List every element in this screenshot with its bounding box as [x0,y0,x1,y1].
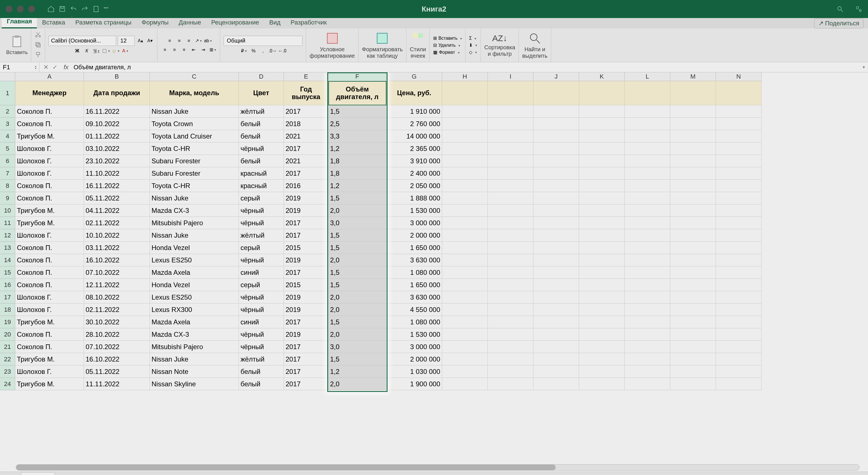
cell[interactable] [716,328,762,341]
cell[interactable]: 1 900 000 [386,378,442,390]
cell[interactable]: Соколов П. [15,180,84,192]
cell[interactable]: Honda Vezel [150,279,239,291]
cell[interactable]: красный [239,167,284,180]
cell[interactable] [625,167,670,180]
cell[interactable] [625,229,670,242]
cell[interactable]: Subaru Forester [150,167,239,180]
column-header-B[interactable]: B [84,72,150,81]
format-cells-button[interactable]: ▦Формат [433,50,460,55]
cell[interactable]: 2017 [284,341,329,353]
cell[interactable]: белый [239,366,284,378]
cell[interactable]: 3 000 000 [386,341,442,353]
cell[interactable] [533,304,579,316]
merge-icon[interactable]: ⊞ [209,46,217,54]
cell[interactable]: 2017 [284,142,329,155]
row-header-17[interactable]: 17 [0,291,15,304]
minimize-window[interactable] [17,6,24,12]
currency-icon[interactable]: ₽ [240,47,248,55]
cell[interactable]: 23.10.2022 [84,155,150,167]
cell[interactable]: 3 910 000 [386,155,442,167]
cell[interactable] [716,291,762,304]
quickprint-icon[interactable] [92,5,100,13]
cell[interactable]: 2021 [284,155,329,167]
cell[interactable] [442,316,488,328]
fill-color-button[interactable] [112,47,119,55]
cell[interactable] [716,366,762,378]
cell[interactable]: 10.10.2022 [84,229,150,242]
cell[interactable]: Цвет [239,81,284,105]
cell[interactable] [716,81,762,105]
cell[interactable] [533,217,579,229]
next-sheet-icon[interactable]: ▶ [12,474,19,475]
increase-indent-icon[interactable]: ⇥ [199,46,207,54]
cell[interactable]: Mazda Axela [150,316,239,328]
cell[interactable] [716,118,762,130]
cell[interactable] [716,204,762,217]
cell[interactable] [670,279,716,291]
cell[interactable] [716,266,762,279]
cell[interactable] [442,304,488,316]
cell[interactable] [670,155,716,167]
cell[interactable]: 2015 [284,242,329,254]
cell[interactable] [625,242,670,254]
cell[interactable]: белый [239,378,284,390]
cell[interactable]: белый [239,130,284,142]
font-color-button[interactable]: A [121,47,129,55]
cell[interactable] [488,81,533,105]
align-left-icon[interactable]: ≡ [161,46,169,54]
cell[interactable]: 3 000 000 [386,217,442,229]
cell[interactable]: 3,0 [329,217,386,229]
paste-button[interactable]: Вставить [6,35,28,56]
row-header-12[interactable]: 12 [0,229,15,242]
cell[interactable] [625,142,670,155]
cell[interactable]: Lexus ES250 [150,254,239,266]
accept-formula-icon[interactable]: ✓ [52,64,58,71]
cell[interactable] [625,328,670,341]
cell[interactable] [579,366,625,378]
cell[interactable] [670,366,716,378]
row-header-16[interactable]: 16 [0,279,15,291]
cell[interactable] [670,266,716,279]
cell[interactable]: 2017 [284,167,329,180]
cell[interactable] [670,291,716,304]
formula-input[interactable] [71,64,860,71]
maximize-window[interactable] [28,6,35,12]
column-header-C[interactable]: C [150,72,239,81]
bold-button[interactable]: Ж [73,47,81,55]
cell[interactable]: Шолохов Г. [15,304,84,316]
align-middle-icon[interactable]: ≡ [175,37,183,45]
cell[interactable] [625,316,670,328]
cell[interactable] [442,105,488,118]
cell[interactable]: Mitsubishi Pajero [150,341,239,353]
undo-icon[interactable] [70,5,77,13]
cell[interactable] [670,254,716,266]
row-header-11[interactable]: 11 [0,217,15,229]
sort-filter-button[interactable]: AZ↓Сортировка и фильтр [484,33,515,57]
cell[interactable]: 2017 [284,105,329,118]
cell[interactable]: Mazda Axela [150,266,239,279]
cell[interactable]: 2,0 [329,328,386,341]
cell[interactable] [670,142,716,155]
cell[interactable]: чёрный [239,254,284,266]
cell[interactable] [442,229,488,242]
cell[interactable]: Тригубов М. [15,353,84,366]
cell[interactable] [579,142,625,155]
cell[interactable] [579,192,625,204]
column-header-D[interactable]: D [239,72,284,81]
cell[interactable]: 2 365 000 [386,142,442,155]
name-box[interactable]: F1 ▴▾ [0,62,39,72]
underline-button[interactable]: Ч [92,47,100,55]
cell[interactable] [716,229,762,242]
row-header-8[interactable]: 8 [0,180,15,192]
window-controls[interactable] [6,6,35,12]
cell[interactable] [442,242,488,254]
cell[interactable] [488,118,533,130]
sheet-tab-active[interactable]: продажи [21,472,55,475]
cell[interactable] [716,304,762,316]
format-painter-icon[interactable] [35,52,41,59]
row-header-3[interactable]: 3 [0,118,15,130]
cell[interactable] [716,242,762,254]
cell[interactable]: 2017 [284,353,329,366]
cell[interactable]: Nissan Juke [150,229,239,242]
share-users-icon[interactable] [855,5,862,13]
